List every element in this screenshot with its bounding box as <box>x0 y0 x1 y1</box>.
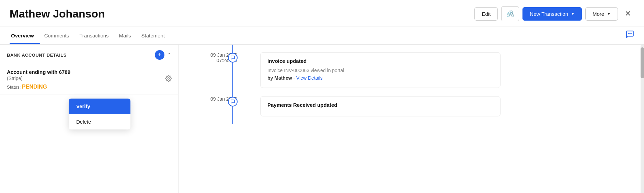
tab-bar: Overview Comments Transactions Mails Sta… <box>0 26 644 45</box>
timeline-dot-2 <box>228 97 238 106</box>
status-value: PENDING <box>22 84 47 90</box>
card-body: Invoice INV-000063 viewed in portal by M… <box>267 67 493 82</box>
bank-section-header: BANK ACCOUNT DETAILS + ⌃ <box>0 45 178 64</box>
left-panel: BANK ACCOUNT DETAILS + ⌃ Account ending … <box>0 45 179 193</box>
timeline-content: Invoice updated Invoice INV-000063 viewe… <box>257 52 634 88</box>
card-title-2: Payments Received updated <box>267 102 493 108</box>
timeline-content-2: Payments Received updated <box>257 96 634 116</box>
tab-transactions-label: Transactions <box>79 33 108 38</box>
context-menu-verify[interactable]: Verify <box>69 99 130 114</box>
view-details-link[interactable]: View Details <box>296 75 323 81</box>
tab-overview-label: Overview <box>11 33 34 38</box>
main-content: BANK ACCOUNT DETAILS + ⌃ Account ending … <box>0 45 644 193</box>
tab-mails[interactable]: Mails <box>118 27 137 44</box>
tab-statement[interactable]: Statement <box>140 27 171 44</box>
timeline-item: 09 Jan 2025 07:24 AM Invoice updated Inv… <box>179 48 644 92</box>
context-menu: Verify Delete <box>69 99 130 129</box>
context-menu-delete[interactable]: Delete <box>69 114 130 129</box>
timeline-card: Invoice updated Invoice INV-000063 viewe… <box>260 52 501 88</box>
new-transaction-chevron-icon: ▼ <box>571 12 575 16</box>
add-bank-button[interactable]: + <box>155 50 164 60</box>
close-icon: ✕ <box>625 9 631 18</box>
tab-comments[interactable]: Comments <box>43 27 76 44</box>
scrollbar-track[interactable] <box>641 45 644 193</box>
status-label: Status: <box>7 84 22 90</box>
tab-statement-label: Statement <box>141 33 165 38</box>
attachment-button[interactable]: 🖇️ <box>501 6 519 21</box>
card-title: Invoice updated <box>267 58 493 64</box>
section-actions: + ⌃ <box>155 50 171 60</box>
bank-account-status: Status: PENDING <box>7 84 171 90</box>
svg-point-3 <box>168 78 170 79</box>
scrollbar-thumb[interactable] <box>641 47 644 78</box>
tab-overview[interactable]: Overview <box>10 27 40 44</box>
chat-icon[interactable] <box>622 26 634 44</box>
timeline-card-2: Payments Received updated <box>260 96 501 116</box>
bank-account-provider: (Stripe) <box>7 76 171 81</box>
bank-section-title: BANK ACCOUNT DETAILS <box>7 53 67 58</box>
more-chevron-icon: ▼ <box>607 12 611 16</box>
tab-comments-label: Comments <box>44 33 69 38</box>
attachment-icon: 🖇️ <box>506 10 514 18</box>
page-title: Mathew Johanson <box>10 8 105 20</box>
tab-transactions[interactable]: Transactions <box>78 27 115 44</box>
timeline-item-2: 09 Jan 2025 Payments Received updated <box>179 92 644 121</box>
card-body-text: Invoice INV-000063 viewed in portal <box>267 68 344 73</box>
more-button[interactable]: More ▼ <box>585 7 618 21</box>
bank-account-item: Account ending with 6789 (Stripe) Status… <box>0 64 178 94</box>
bank-account-name: Account ending with 6789 <box>7 69 171 75</box>
card-by: by Mathew <box>267 75 292 81</box>
edit-button-label: Edit <box>482 11 491 17</box>
new-transaction-label: New Transaction <box>530 11 568 17</box>
timeline: 09 Jan 2025 07:24 AM Invoice updated Inv… <box>179 45 644 124</box>
new-transaction-button[interactable]: New Transaction ▼ <box>522 7 582 21</box>
close-button[interactable]: ✕ <box>621 7 634 20</box>
chevron-up-icon: ⌃ <box>167 52 171 58</box>
gear-button[interactable] <box>165 75 172 83</box>
header-actions: Edit 🖇️ New Transaction ▼ More ▼ ✕ <box>474 6 634 21</box>
card-link-separator: - <box>292 75 296 81</box>
right-panel: 09 Jan 2025 07:24 AM Invoice updated Inv… <box>179 45 644 193</box>
page-header: Mathew Johanson Edit 🖇️ New Transaction … <box>0 0 644 26</box>
timeline-dot <box>228 53 238 63</box>
more-label: More <box>593 11 604 17</box>
collapse-button[interactable]: ⌃ <box>167 52 171 58</box>
tab-mails-label: Mails <box>119 33 131 38</box>
edit-button[interactable]: Edit <box>474 7 498 21</box>
